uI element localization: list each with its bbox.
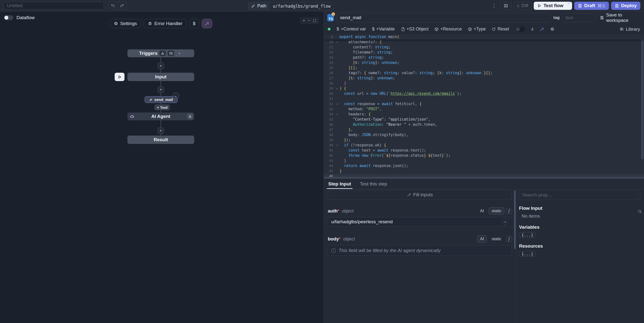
fold-chevron-icon[interactable] bbox=[334, 143, 340, 148]
insert-step-button[interactable]: + bbox=[158, 87, 164, 93]
redo-button[interactable] bbox=[117, 2, 126, 10]
code-line[interactable]: 44 return await response.json(); bbox=[324, 163, 644, 168]
code-line[interactable]: 33 method: "POST", bbox=[324, 107, 644, 112]
run-input-button[interactable] bbox=[115, 73, 124, 81]
fold-chevron-icon[interactable] bbox=[334, 86, 340, 91]
worker-group-button[interactable]: $ bbox=[189, 19, 199, 28]
undo-button[interactable] bbox=[108, 2, 117, 10]
tab-test-this-step[interactable]: Test this step bbox=[360, 179, 387, 189]
clear-auth-button[interactable]: × bbox=[502, 219, 508, 225]
auth-field-header: auth* object AI static f bbox=[328, 207, 512, 215]
code-line[interactable]: 38 body: JSON.stringify(body), bbox=[324, 132, 644, 138]
docs-button[interactable] bbox=[500, 2, 512, 10]
test-flow-button[interactable]: Test flow bbox=[534, 2, 567, 10]
reset-button[interactable]: Reset bbox=[492, 27, 509, 32]
node-triggers[interactable]: Triggers + bbox=[128, 49, 194, 57]
code-line[interactable]: 39 }); bbox=[324, 138, 644, 143]
more-menu-button[interactable]: ⋮ bbox=[490, 3, 498, 9]
node-send-mail[interactable]: send_mail bbox=[144, 96, 178, 103]
code-line[interactable]: 25 }[]; bbox=[324, 65, 644, 71]
node-ai-agent[interactable]: AI Agent a bbox=[128, 113, 194, 120]
code-line[interactable]: 21 content?: string; bbox=[324, 45, 644, 50]
zoom-in-button[interactable]: + bbox=[303, 18, 305, 23]
code-line[interactable]: 43 } bbox=[324, 158, 644, 163]
fold-chevron-icon[interactable] bbox=[334, 101, 340, 107]
variables-object-badge[interactable]: {...} bbox=[519, 232, 536, 238]
search-icon[interactable] bbox=[638, 209, 642, 214]
node-input[interactable]: Input bbox=[128, 73, 194, 81]
ai-builder-button[interactable] bbox=[202, 19, 212, 28]
auth-ai-mode-button[interactable]: AI bbox=[477, 207, 487, 215]
body-static-mode-button[interactable]: static bbox=[488, 235, 504, 243]
code-line[interactable]: 35 "Content-Type": "application/json", bbox=[324, 117, 644, 122]
add-variable-button[interactable]: $ +Variable bbox=[372, 27, 395, 32]
code-line[interactable]: 20 attachments?: { bbox=[324, 40, 644, 45]
editor-settings-button[interactable]: ⚙ bbox=[550, 27, 554, 32]
fold-chevron-icon[interactable] bbox=[334, 112, 340, 117]
code-line[interactable]: 42 throw new Error(`${response.status} $… bbox=[324, 153, 644, 158]
code-line[interactable]: 26 tags?: { name?: string; value?: strin… bbox=[324, 71, 644, 76]
code-line[interactable]: 37 }, bbox=[324, 127, 644, 132]
code-line[interactable]: 34 headers: { bbox=[324, 112, 644, 117]
code-line[interactable]: 45} bbox=[324, 168, 644, 174]
add-context-var-button[interactable]: $ +Context var bbox=[336, 27, 366, 32]
code-line[interactable]: 8export async function main( bbox=[324, 34, 644, 40]
body-expression-button[interactable]: f bbox=[506, 236, 512, 242]
form-scrollbar[interactable] bbox=[514, 190, 516, 249]
flow-canvas[interactable]: Dataflow ⚙ Settings Error Handler $ + − bbox=[0, 12, 324, 323]
resources-object-badge[interactable]: {...} bbox=[519, 251, 536, 257]
prop-search-input[interactable]: Search prop... bbox=[519, 190, 640, 200]
fold-chevron-icon[interactable] bbox=[334, 40, 340, 45]
tab-step-input[interactable]: Step Input bbox=[328, 179, 351, 189]
code-line[interactable]: 29) { bbox=[324, 86, 644, 91]
email-trigger-button[interactable] bbox=[168, 51, 174, 56]
code-line[interactable]: 22 filename?: string; bbox=[324, 50, 644, 55]
ai-edit-button[interactable] bbox=[540, 27, 544, 32]
deploy-button[interactable]: Deploy bbox=[611, 2, 640, 10]
fit-view-button[interactable] bbox=[313, 19, 316, 23]
test-flow-dropdown-button[interactable] bbox=[567, 2, 572, 4]
code-line[interactable]: 40 if (!response.ok) { bbox=[324, 143, 644, 148]
code-line[interactable]: 31 bbox=[324, 96, 644, 101]
settings-button[interactable]: ⚙ Settings bbox=[110, 19, 141, 28]
code-line[interactable]: 24 [k: string]: unknown; bbox=[324, 60, 644, 65]
flow-name-input[interactable]: Untitled bbox=[4, 2, 104, 10]
remove-tool-button[interactable]: × bbox=[172, 93, 179, 99]
vertical-scrollbar[interactable] bbox=[641, 36, 644, 159]
draft-button[interactable]: Draft ⌘S bbox=[574, 2, 609, 10]
code-line[interactable]: 28 } bbox=[324, 81, 644, 86]
fill-inputs-button[interactable]: Fill inputs bbox=[328, 190, 512, 200]
code-line[interactable]: 32 const response = await fetch(url, { bbox=[324, 101, 644, 107]
step-name-input[interactable]: send_mail bbox=[336, 13, 551, 22]
code-line[interactable]: 41 const text = await response.text(); bbox=[324, 148, 644, 153]
code-line[interactable]: 30 const url = new URL(`https://api.rese… bbox=[324, 91, 644, 96]
code-editor[interactable]: 8export async function main(20 attachmen… bbox=[324, 34, 644, 179]
diff-mode-button[interactable]: ± bbox=[531, 27, 534, 32]
add-resource-button[interactable]: +Resource bbox=[434, 27, 462, 32]
auth-expression-button[interactable]: f bbox=[506, 208, 512, 214]
add-trigger-button[interactable]: + bbox=[176, 51, 182, 56]
save-to-workspace-button[interactable]: Save to workspace bbox=[598, 12, 640, 23]
error-handler-button[interactable]: Error Handler bbox=[144, 19, 186, 28]
code-line[interactable]: 27 [k: string]: unknown; bbox=[324, 76, 644, 81]
assistant-toggle[interactable] bbox=[515, 27, 525, 32]
tag-input[interactable]: bun bbox=[562, 13, 596, 22]
node-result[interactable]: Result bbox=[128, 136, 194, 144]
add-tool-button[interactable]: + Tool bbox=[154, 104, 170, 110]
path-button[interactable]: Path u/farhadglbs/grand_flow bbox=[248, 2, 334, 10]
dataflow-toggle[interactable] bbox=[4, 15, 13, 20]
code-line[interactable]: 36 Authorization: "Bearer " + auth.token… bbox=[324, 122, 644, 127]
diff-button[interactable]: ± Diff bbox=[514, 2, 532, 10]
auth-value-input[interactable]: u/farhadglbs/peerless_resend × bbox=[328, 217, 512, 226]
add-type-button[interactable]: +Type bbox=[468, 27, 486, 32]
auth-static-mode-button[interactable]: static bbox=[488, 207, 504, 215]
insert-step-button[interactable]: + bbox=[158, 128, 164, 134]
body-ai-mode-button[interactable]: AI bbox=[477, 235, 487, 243]
insert-step-button[interactable]: + bbox=[158, 63, 164, 69]
add-s3-object-button[interactable]: +S3 Object bbox=[401, 27, 429, 32]
library-button[interactable]: Library bbox=[620, 27, 640, 32]
webhook-trigger-button[interactable] bbox=[159, 51, 166, 56]
horizontal-scrollbar[interactable] bbox=[324, 177, 644, 179]
code-line[interactable]: 23 path?: string; bbox=[324, 55, 644, 60]
zoom-out-button[interactable]: − bbox=[308, 18, 310, 23]
